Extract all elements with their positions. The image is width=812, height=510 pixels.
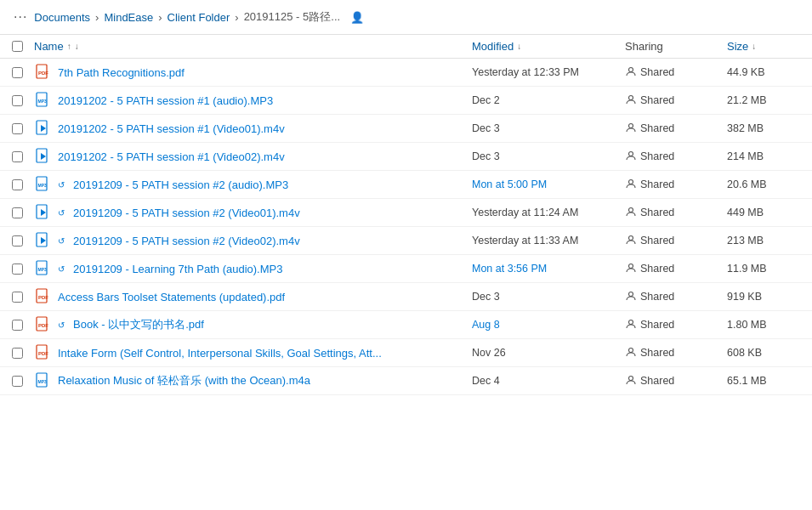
file-modified: Dec 3 bbox=[472, 150, 625, 162]
sync-indicator: ↺ bbox=[58, 264, 65, 274]
file-modified: Nov 26 bbox=[472, 347, 625, 359]
row-checkbox[interactable] bbox=[12, 235, 23, 246]
breadcrumb-mindease[interactable]: MindEase bbox=[104, 11, 153, 24]
sync-indicator: ↺ bbox=[58, 180, 65, 190]
file-sharing: Shared bbox=[625, 94, 727, 108]
file-name-cell: MP3 ↺ 20191209 - 5 PATH session #2 (audi… bbox=[34, 176, 472, 193]
table-row[interactable]: PDF Intake Form (Self Control, Interpers… bbox=[0, 339, 812, 367]
table-row[interactable]: MP3 Relaxation Music of 轻松音乐 (with the O… bbox=[0, 367, 812, 395]
row-checkbox-col bbox=[0, 151, 34, 162]
share-icon bbox=[625, 178, 637, 192]
file-size: 11.9 MB bbox=[727, 263, 812, 275]
row-checkbox-col bbox=[0, 67, 34, 78]
file-list-header: Name ↑ ↓ Modified ↓ Sharing Size ↓ bbox=[0, 34, 812, 59]
table-row[interactable]: ↺ 20191209 - 5 PATH session #2 (Video01)… bbox=[0, 199, 812, 227]
row-checkbox[interactable] bbox=[12, 292, 23, 303]
table-row[interactable]: MP3 20191202 - 5 PATH session #1 (audio)… bbox=[0, 87, 812, 115]
file-name-cell: ↺ 20191209 - 5 PATH session #2 (Video02)… bbox=[34, 232, 472, 249]
file-name-cell: PDF Intake Form (Self Control, Interpers… bbox=[34, 344, 472, 361]
svg-text:PDF: PDF bbox=[38, 351, 48, 356]
file-modified: Dec 3 bbox=[472, 122, 625, 134]
file-sharing: Shared bbox=[625, 374, 727, 388]
svg-point-26 bbox=[629, 292, 633, 296]
file-modified: Dec 3 bbox=[472, 291, 625, 303]
svg-point-35 bbox=[629, 376, 633, 380]
file-size: 20.6 MB bbox=[727, 178, 812, 190]
row-checkbox[interactable] bbox=[12, 179, 23, 190]
table-row[interactable]: MP3 ↺ 20191209 - Learning 7th Path (audi… bbox=[0, 255, 812, 283]
file-sharing: Shared bbox=[625, 65, 727, 80]
header-sharing-label: Sharing bbox=[625, 40, 663, 53]
header-modified-col[interactable]: Modified ↓ bbox=[472, 40, 625, 53]
sync-indicator: ↺ bbox=[58, 320, 65, 330]
sharing-label: Shared bbox=[640, 150, 674, 162]
file-name-cell: MP3 20191202 - 5 PATH session #1 (audio)… bbox=[34, 92, 472, 109]
table-row[interactable]: PDF ↺ Book - 以中文写的书名.pdf Aug 8 Shared 1.… bbox=[0, 311, 812, 339]
breadcrumb-sep-3: › bbox=[235, 11, 238, 24]
breadcrumb-sep-2: › bbox=[158, 11, 162, 24]
breadcrumb-clientfolder[interactable]: Client Folder bbox=[168, 11, 230, 24]
file-size: 213 MB bbox=[727, 235, 812, 246]
row-checkbox-col bbox=[0, 376, 34, 387]
row-checkbox[interactable] bbox=[12, 123, 23, 134]
svg-point-11 bbox=[629, 151, 633, 156]
file-sharing: Shared bbox=[625, 122, 727, 136]
row-checkbox[interactable] bbox=[12, 67, 23, 78]
row-checkbox[interactable] bbox=[12, 320, 23, 331]
row-checkbox[interactable] bbox=[12, 95, 23, 106]
row-checkbox-col bbox=[0, 264, 34, 275]
file-name[interactable]: 20191209 - 5 PATH session #2 (Video01).m… bbox=[73, 207, 300, 219]
table-row[interactable]: MP3 ↺ 20191209 - 5 PATH session #2 (audi… bbox=[0, 171, 812, 199]
file-name-cell: PDF 7th Path Recognitions.pdf bbox=[34, 64, 472, 81]
table-row[interactable]: PDF 7th Path Recognitions.pdf Yesterday … bbox=[0, 59, 812, 87]
header-name-col[interactable]: Name ↑ ↓ bbox=[34, 40, 472, 53]
file-modified: Yesterday at 12:33 PM bbox=[472, 66, 625, 78]
file-modified: Dec 4 bbox=[472, 375, 625, 387]
file-rows-container: PDF 7th Path Recognitions.pdf Yesterday … bbox=[0, 59, 812, 395]
row-checkbox-col bbox=[0, 179, 34, 190]
file-type-icon: PDF bbox=[34, 344, 51, 361]
sharing-label: Shared bbox=[640, 319, 674, 331]
file-name[interactable]: 20191202 - 5 PATH session #1 (Video02).m… bbox=[58, 150, 285, 163]
table-row[interactable]: 20191202 - 5 PATH session #1 (Video02).m… bbox=[0, 143, 812, 171]
file-name[interactable]: Relaxation Music of 轻松音乐 (with the Ocean… bbox=[58, 373, 310, 388]
file-name[interactable]: Intake Form (Self Control, Interpersonal… bbox=[58, 347, 382, 360]
table-row[interactable]: 20191202 - 5 PATH session #1 (Video01).m… bbox=[0, 115, 812, 143]
svg-text:PDF: PDF bbox=[38, 71, 48, 76]
file-name[interactable]: 20191209 - 5 PATH session #2 (Video02).m… bbox=[73, 235, 300, 247]
svg-text:MP3: MP3 bbox=[38, 99, 48, 104]
svg-point-20 bbox=[629, 235, 633, 240]
row-checkbox-col bbox=[0, 123, 34, 134]
breadcrumb-current: 20191125 - 5路径... bbox=[244, 9, 340, 25]
row-checkbox-col bbox=[0, 207, 34, 218]
file-name[interactable]: Access Bars Toolset Statements (updated)… bbox=[58, 291, 285, 303]
file-name[interactable]: 7th Path Recognitions.pdf bbox=[58, 66, 185, 79]
file-name[interactable]: Book - 以中文写的书名.pdf bbox=[73, 317, 204, 332]
share-icon bbox=[625, 65, 637, 80]
sharing-label: Shared bbox=[640, 178, 674, 190]
row-checkbox[interactable] bbox=[12, 348, 23, 359]
header-size-col[interactable]: Size ↓ bbox=[727, 40, 812, 53]
table-row[interactable]: ↺ 20191209 - 5 PATH session #2 (Video02)… bbox=[0, 227, 812, 255]
file-name[interactable]: 20191202 - 5 PATH session #1 (Video01).m… bbox=[58, 122, 285, 135]
file-type-icon: MP3 bbox=[34, 372, 51, 389]
row-checkbox[interactable] bbox=[12, 207, 23, 218]
table-row[interactable]: PDF Access Bars Toolset Statements (upda… bbox=[0, 283, 812, 311]
row-checkbox[interactable] bbox=[12, 264, 23, 275]
file-name-cell: MP3 Relaxation Music of 轻松音乐 (with the O… bbox=[34, 372, 472, 389]
breadcrumb-documents[interactable]: Documents bbox=[34, 11, 90, 24]
select-all-checkbox[interactable] bbox=[12, 41, 23, 52]
file-name[interactable]: 20191209 - Learning 7th Path (audio).MP3 bbox=[73, 263, 282, 275]
file-name-cell: PDF Access Bars Toolset Statements (upda… bbox=[34, 288, 472, 305]
file-size: 382 MB bbox=[727, 122, 812, 134]
row-checkbox-col bbox=[0, 348, 34, 359]
row-checkbox[interactable] bbox=[12, 376, 23, 387]
file-size: 608 KB bbox=[727, 347, 812, 359]
file-name[interactable]: 20191209 - 5 PATH session #2 (audio).MP3 bbox=[73, 178, 288, 191]
row-checkbox[interactable] bbox=[12, 151, 23, 162]
file-type-icon bbox=[34, 232, 51, 249]
file-sharing: Shared bbox=[625, 150, 727, 164]
file-name[interactable]: 20191202 - 5 PATH session #1 (audio).MP3 bbox=[58, 94, 273, 107]
svg-point-14 bbox=[629, 179, 633, 184]
share-icon bbox=[625, 122, 637, 136]
